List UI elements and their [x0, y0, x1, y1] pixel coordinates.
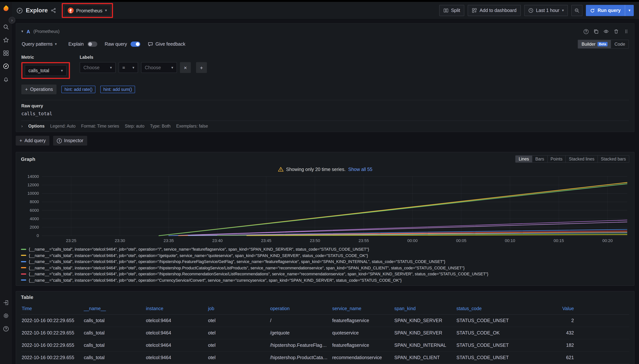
table-panel: Table Time__name__instancejoboperationse… — [16, 291, 634, 364]
query-patterns-button[interactable]: Query patterns ▾ — [21, 39, 61, 50]
chevron-down-icon: ▾ — [105, 8, 107, 12]
column-header-job[interactable]: job — [207, 304, 269, 314]
plus-icon: + — [20, 138, 22, 143]
show-all-series-link[interactable]: Show all 55 — [348, 167, 372, 172]
hint-add-rate-button[interactable]: hint: add rate() — [62, 86, 96, 93]
datasource-picker[interactable]: Prometheus ▾ — [64, 5, 110, 16]
column-header-servicename[interactable]: service_name — [332, 304, 394, 314]
table-cell: featureflagservice — [332, 314, 394, 327]
metric-select[interactable]: calls_total ▾ — [25, 65, 66, 76]
label-operator-select[interactable]: = ▾ — [118, 62, 138, 73]
star-icon[interactable] — [3, 37, 9, 43]
explore-icon[interactable] — [3, 63, 9, 69]
graph-mode-points[interactable]: Points — [547, 156, 566, 162]
column-header-spankind[interactable]: span_kind — [394, 304, 456, 314]
raw-query-preview: Raw query calls_total — [21, 100, 629, 116]
sidebar-expand-button[interactable]: › — [8, 17, 15, 24]
y-axis-tick-label: 0 — [37, 233, 39, 238]
x-axis-tick-label: 00:10 — [505, 238, 515, 243]
time-series-chart[interactable]: 0200040006000800010000120001400023:2523:… — [21, 174, 629, 246]
page-title: Explore — [26, 7, 48, 14]
table-cell: 2022-10-16 00:22:29.655 — [21, 314, 83, 327]
x-axis-tick-label: 23:40 — [212, 238, 222, 243]
raw-query-toggle[interactable] — [131, 42, 140, 47]
drag-icon[interactable] — [624, 29, 629, 34]
table-cell: otelcol:9464 — [145, 327, 207, 339]
add-query-button[interactable]: + Add query — [16, 136, 50, 146]
remove-label-filter-button[interactable]: × — [180, 62, 191, 73]
column-header-value[interactable]: Value — [518, 304, 629, 314]
x-axis-tick-label: 00:20 — [602, 238, 612, 243]
run-query-label: Run query — [598, 8, 621, 13]
column-header-instance[interactable]: instance — [145, 304, 207, 314]
zoom-out-button[interactable] — [571, 5, 582, 16]
grafana-explore-page: › Explore — [0, 0, 639, 364]
legend-marker-icon — [21, 274, 26, 274]
builder-mode-button[interactable]: Builder Beta — [578, 40, 611, 48]
graph-style-toggle-group: LinesBarsPointsStacked linesStacked bars — [515, 155, 629, 163]
label-value-select[interactable]: Choose ▾ — [141, 62, 177, 73]
chevron-right-icon: › — [21, 124, 23, 128]
explain-toggle[interactable] — [87, 42, 97, 47]
collapse-chevron-icon[interactable]: ▾ — [21, 30, 23, 33]
run-query-caret-button[interactable]: ▾ — [625, 5, 634, 16]
search-icon[interactable] — [3, 24, 9, 30]
code-mode-button[interactable]: Code — [611, 40, 628, 48]
bell-icon[interactable] — [3, 76, 9, 82]
graph-mode-stacked-bars[interactable]: Stacked bars — [598, 156, 629, 162]
give-feedback-label: Give feedback — [156, 42, 186, 47]
copy-icon[interactable] — [593, 29, 598, 34]
graph-mode-stacked-lines[interactable]: Stacked lines — [566, 156, 598, 162]
top-navigation-bar: Explore Prometheus ▾ Split — [12, 2, 639, 20]
give-feedback-link[interactable]: Give feedback — [148, 42, 186, 47]
legend-item[interactable]: {__name__="calls_total", instance="otelc… — [21, 246, 629, 252]
clock-icon — [528, 8, 533, 13]
table-row: 2022-10-16 00:22:29.655calls_totalotelco… — [21, 352, 629, 364]
inspector-button[interactable]: i Inspector — [53, 136, 87, 146]
column-header-operation[interactable]: operation — [269, 304, 332, 314]
options-row[interactable]: › Options Legend: Auto Format: Time seri… — [21, 120, 629, 132]
info-icon: i — [57, 138, 62, 143]
column-header-time[interactable]: Time — [21, 304, 83, 314]
table-cell: 621 — [518, 352, 629, 364]
graph-mode-bars[interactable]: Bars — [532, 156, 547, 162]
time-range-picker[interactable]: Last 1 hour ▾ — [524, 5, 568, 16]
legend-item[interactable]: {__name__="calls_total", instance="otelc… — [21, 252, 629, 258]
legend-item[interactable]: {__name__="calls_total", instance="otelc… — [21, 265, 629, 271]
add-label-filter-button[interactable]: + — [196, 62, 207, 73]
label-key-select[interactable]: Choose ▾ — [80, 62, 116, 73]
hint-add-sum-button[interactable]: hint: add sum() — [100, 86, 135, 93]
x-axis-tick-label: 00:00 — [408, 238, 418, 243]
run-query-button[interactable]: Run query — [586, 5, 625, 16]
graph-mode-lines[interactable]: Lines — [516, 156, 532, 162]
share-icon[interactable] — [51, 8, 56, 13]
query-help-icon[interactable]: ? — [584, 29, 588, 34]
add-to-dashboard-button[interactable]: Add to dashboard — [468, 5, 520, 16]
option-exemplars: Exemplars: false — [176, 124, 208, 128]
eye-icon[interactable] — [604, 29, 609, 34]
grafana-logo[interactable] — [2, 4, 10, 14]
add-operation-button[interactable]: + Operations — [21, 84, 57, 94]
explain-label: Explain — [68, 42, 84, 47]
legend-item[interactable]: {__name__="calls_total", instance="otelc… — [21, 271, 629, 277]
table-cell: SPAN_KIND_INTERNAL — [394, 339, 456, 352]
trash-icon[interactable] — [614, 29, 619, 34]
zoom-out-icon — [574, 8, 580, 13]
gear-icon[interactable] — [3, 313, 9, 319]
x-axis-tick-label: 23:45 — [261, 238, 272, 243]
graph-panel: Graph LinesBarsPointsStacked linesStacke… — [16, 152, 634, 286]
help-icon[interactable] — [3, 326, 9, 332]
legend-item[interactable]: {__name__="calls_total", instance="otelc… — [21, 258, 629, 265]
table-cell: featureflagservice — [332, 339, 394, 352]
column-header-name[interactable]: __name__ — [83, 304, 145, 314]
apps-icon[interactable] — [3, 50, 9, 56]
legend-item[interactable]: {__name__="calls_total", instance="otelc… — [21, 277, 629, 283]
split-button[interactable]: Split — [439, 5, 464, 16]
x-axis-tick-label: 00:05 — [456, 238, 466, 243]
run-query-split-button: Run query ▾ — [586, 5, 634, 16]
labels-field: Labels Choose ▾ = ▾ — [80, 55, 207, 73]
sign-in-icon[interactable] — [3, 300, 9, 306]
explore-content: ▾ A (Prometheus) ? Query p — [12, 20, 639, 364]
column-header-statuscode[interactable]: status_code — [456, 304, 518, 314]
inspector-label: Inspector — [64, 138, 84, 143]
